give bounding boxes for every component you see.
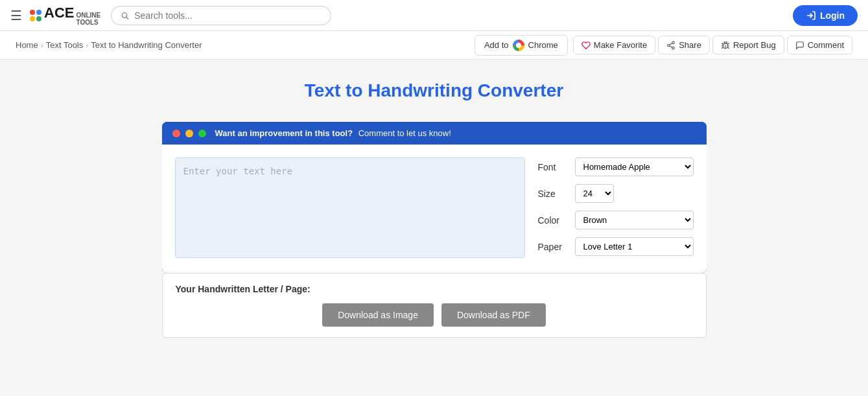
logo-dot-blue — [36, 10, 41, 15]
breadcrumb-home[interactable]: Home — [16, 40, 38, 50]
tool-card-banner: Want an improvement in this tool? Commen… — [215, 128, 451, 138]
svg-line-1 — [126, 17, 128, 19]
text-area-section — [175, 157, 525, 260]
make-favorite-button[interactable]: Make Favorite — [573, 36, 655, 54]
logo-dot-red — [30, 10, 35, 15]
size-select[interactable]: 12 16 20 24 28 32 36 — [575, 184, 614, 203]
tool-card-body: Font Homemade Apple Caveat Dancing Scrip… — [162, 145, 707, 273]
paper-control-row: Paper Love Letter 1 Love Letter 2 Plain … — [538, 237, 694, 256]
color-control-row: Color Black Blue Brown Red Green — [538, 211, 694, 229]
search-icon — [121, 11, 129, 20]
svg-point-5 — [672, 47, 675, 49]
add-to-label: Add to — [484, 40, 509, 50]
logo-dot-yellow — [30, 16, 35, 21]
tool-card-header: Want an improvement in this tool? Commen… — [162, 122, 707, 145]
search-input[interactable] — [134, 10, 322, 21]
svg-point-4 — [668, 44, 670, 47]
share-button[interactable]: Share — [658, 36, 710, 54]
download-pdf-button[interactable]: Download as PDF — [441, 303, 546, 327]
font-control-row: Font Homemade Apple Caveat Dancing Scrip… — [538, 157, 694, 176]
svg-point-0 — [122, 12, 127, 17]
heart-icon — [581, 41, 591, 50]
comment-icon — [795, 41, 804, 50]
logo-text: ACE ONLINETOOLS — [44, 5, 100, 26]
window-dot-red — [172, 130, 180, 137]
hamburger-menu[interactable]: ☰ — [10, 8, 22, 23]
logo-area: ACE ONLINETOOLS — [30, 5, 100, 26]
color-label: Color — [538, 215, 567, 226]
size-control-row: Size 12 16 20 24 28 32 36 — [538, 184, 694, 203]
bug-icon — [721, 41, 730, 50]
main-content: Text to Handwriting Converter Want an im… — [0, 60, 868, 351]
paper-label: Paper — [538, 242, 567, 252]
breadcrumb-sep-1: › — [41, 41, 43, 50]
font-label: Font — [538, 162, 567, 172]
navbar: ☰ ACE ONLINETOOLS Login — [0, 0, 868, 31]
share-icon — [666, 41, 675, 50]
add-to-chrome-button[interactable]: Add to Chrome — [475, 35, 568, 56]
tool-card: Want an improvement in this tool? Commen… — [162, 122, 707, 273]
breadcrumb-current: Text to Handwriting Converter — [91, 40, 202, 50]
download-image-button[interactable]: Download as Image — [322, 303, 434, 327]
logo-dot-green — [36, 16, 41, 21]
size-label: Size — [538, 189, 567, 199]
breadcrumb-sep-2: › — [86, 41, 88, 50]
login-icon — [806, 10, 816, 21]
window-dot-green — [198, 130, 206, 137]
output-title: Your Handwritten Letter / Page: — [176, 284, 693, 294]
login-button[interactable]: Login — [793, 5, 858, 26]
text-input[interactable] — [175, 157, 525, 258]
chrome-icon — [513, 40, 524, 51]
svg-line-7 — [670, 43, 672, 44]
action-bar: Home › Text Tools › Text to Handwriting … — [0, 31, 868, 60]
window-dot-yellow — [185, 130, 193, 137]
page-title: Text to Handwriting Converter — [305, 80, 563, 101]
breadcrumb: Home › Text Tools › Text to Handwriting … — [16, 40, 475, 50]
svg-line-6 — [670, 45, 672, 47]
color-select[interactable]: Black Blue Brown Red Green — [575, 211, 694, 229]
output-buttons: Download as Image Download as PDF — [176, 303, 693, 327]
svg-point-3 — [672, 41, 675, 43]
chrome-label: Chrome — [528, 40, 558, 50]
paper-select[interactable]: Love Letter 1 Love Letter 2 Plain White … — [575, 237, 694, 256]
action-buttons: Add to Chrome Make Favorite Share Report… — [475, 35, 852, 56]
search-bar[interactable] — [111, 6, 331, 25]
font-select[interactable]: Homemade Apple Caveat Dancing Script Pac… — [575, 157, 694, 176]
controls-section: Font Homemade Apple Caveat Dancing Scrip… — [538, 157, 694, 260]
report-bug-button[interactable]: Report Bug — [712, 36, 784, 54]
breadcrumb-text-tools[interactable]: Text Tools — [46, 40, 84, 50]
comment-button[interactable]: Comment — [787, 36, 852, 54]
logo-dots — [30, 10, 41, 21]
output-section: Your Handwritten Letter / Page: Download… — [162, 273, 707, 338]
